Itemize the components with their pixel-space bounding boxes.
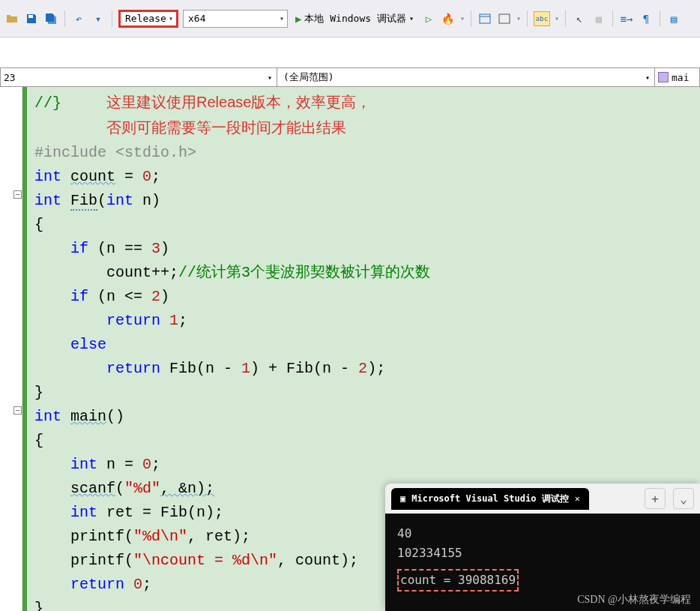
nav-left-text: 23	[4, 72, 16, 83]
chevron-down-icon: ▾	[409, 14, 414, 22]
code-text: 2	[358, 360, 367, 377]
fold-toggle[interactable]: −	[13, 190, 22, 199]
code-text: ) + Fib(n -	[250, 360, 358, 377]
play-icon: ▶	[295, 13, 301, 25]
code-text: 0	[133, 576, 142, 593]
chevron-down-icon: ▾	[460, 14, 465, 22]
cursor-icon[interactable]: ↖	[572, 11, 587, 26]
gutter: − −	[0, 87, 22, 611]
save-icon[interactable]	[24, 11, 39, 26]
annotation-text: 否则可能需要等一段时间才能出结果	[106, 119, 346, 136]
debug-button[interactable]: ▶ 本地 Windows 调试器 ▾	[292, 12, 417, 25]
separator	[64, 10, 65, 27]
layout-icon[interactable]: ▦	[591, 11, 606, 26]
svg-rect-3	[499, 14, 510, 23]
code-text: Fib(n -	[169, 360, 241, 377]
code-text: int	[106, 192, 133, 209]
outdent-icon[interactable]: ¶	[639, 11, 654, 26]
save-all-icon[interactable]	[43, 11, 58, 26]
code-text: count++;	[106, 264, 178, 281]
svg-rect-0	[28, 15, 33, 18]
separator	[527, 10, 528, 27]
nav-scope-dropdown[interactable]: (全局范围)	[277, 67, 655, 87]
code-text: "%d\n"	[133, 528, 187, 545]
console-tab[interactable]: ▣ Microsoft Visual Studio 调试控 ✕	[391, 488, 589, 510]
code-text: int	[34, 192, 61, 209]
browser-icon[interactable]	[477, 11, 492, 26]
navigation-bar: 23 (全局范围) mai	[0, 67, 700, 87]
close-icon[interactable]: ✕	[575, 493, 580, 504]
window-icon[interactable]	[497, 11, 512, 26]
code-text: else	[70, 336, 106, 353]
separator	[112, 10, 112, 27]
play-outline-icon[interactable]: ▷	[421, 11, 436, 26]
code-text: 1	[241, 360, 250, 377]
nav-project-dropdown[interactable]: 23	[0, 67, 277, 87]
code-text: if	[70, 288, 88, 305]
code-text: =	[115, 168, 142, 185]
abc-icon[interactable]: abc	[534, 11, 550, 26]
annotation-text: 这里建议使用Release版本，效率更高，	[106, 94, 371, 110]
new-tab-button[interactable]: +	[645, 488, 666, 509]
separator	[612, 10, 613, 27]
code-text: #include <stdio.h>	[34, 144, 196, 161]
code-text: int	[70, 504, 97, 521]
code-text: count	[70, 168, 115, 185]
code-text: int	[34, 168, 61, 185]
debug-label: 本地 Windows 调试器	[304, 12, 405, 25]
code-text: , &n);	[160, 480, 214, 497]
watermark: CSDN @小林熬夜学编程	[577, 593, 691, 607]
code-text: main	[70, 408, 106, 425]
redo-icon[interactable]: ▾	[91, 11, 106, 26]
code-text: "%d"	[124, 480, 160, 497]
platform-dropdown[interactable]: x64	[183, 10, 288, 28]
separator	[660, 10, 660, 27]
config-value: Release	[125, 13, 166, 24]
indent-icon[interactable]: ≡→	[619, 11, 634, 26]
code-text: 0	[142, 456, 151, 473]
chevron-down-icon: ▾	[516, 14, 521, 22]
separator	[471, 10, 471, 27]
code-text: scanf	[70, 480, 115, 497]
open-icon[interactable]	[4, 11, 19, 26]
config-dropdown[interactable]: Release	[118, 10, 178, 28]
code-text: "\ncount = %d\n"	[133, 552, 277, 569]
main-toolbar: ↶ ▾ Release x64 ▶ 本地 Windows 调试器 ▾ ▷ 🔥 ▾…	[0, 0, 700, 37]
code-text: //}	[34, 94, 61, 112]
terminal-icon: ▣	[400, 493, 405, 504]
code-text: if	[70, 240, 88, 257]
nav-right-text: mai	[672, 72, 689, 83]
code-text: , count);	[277, 552, 358, 569]
code-text: return	[70, 576, 124, 593]
console-line-selected: count = 39088169	[397, 569, 519, 592]
code-text: , ret);	[187, 528, 250, 545]
platform-value: x64	[188, 13, 205, 24]
console-line: 40	[397, 524, 688, 544]
nav-member-dropdown[interactable]: mai	[655, 67, 700, 87]
code-text: n	[142, 192, 151, 209]
code-text: 0	[142, 168, 151, 185]
code-text: int	[70, 456, 97, 473]
code-text: Fib	[70, 192, 97, 211]
console-tabs: ▣ Microsoft Visual Studio 调试控 ✕ + ⌄	[385, 484, 700, 514]
code-text: printf(	[70, 528, 133, 545]
chevron-down-icon: ▾	[555, 14, 559, 22]
code-text: int	[34, 408, 61, 425]
code-text: return	[106, 312, 160, 329]
comment-icon[interactable]: ▤	[666, 11, 681, 26]
code-text: n =	[106, 456, 142, 473]
fire-icon[interactable]: 🔥	[441, 11, 456, 26]
cube-icon	[658, 72, 669, 82]
code-text: 2	[151, 288, 160, 305]
debug-console-window: ▣ Microsoft Visual Studio 调试控 ✕ + ⌄ 40 1…	[385, 484, 700, 611]
code-text: (n ==	[97, 240, 151, 257]
separator	[565, 10, 566, 27]
undo-icon[interactable]: ↶	[71, 11, 86, 26]
code-text: ret = Fib(n);	[106, 504, 223, 521]
code-text: (n <=	[97, 288, 151, 305]
code-text: 3	[151, 240, 160, 257]
tab-menu-button[interactable]: ⌄	[673, 488, 694, 509]
console-line: 102334155	[397, 544, 688, 563]
fold-toggle[interactable]: −	[13, 406, 22, 415]
svg-rect-1	[480, 14, 490, 23]
